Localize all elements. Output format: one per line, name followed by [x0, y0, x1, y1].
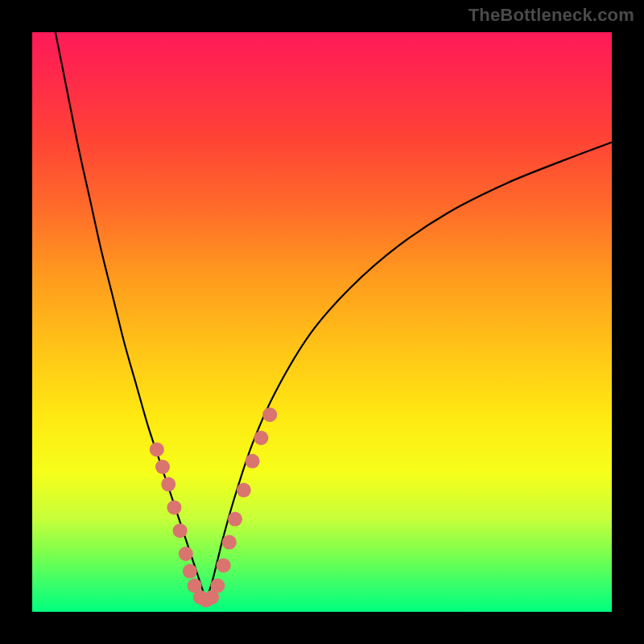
data-marker: [155, 460, 170, 474]
data-marker: [183, 564, 197, 579]
data-marker: [262, 407, 277, 422]
curve-right: [206, 142, 612, 601]
data-marker: [254, 431, 268, 445]
data-marker: [161, 477, 175, 492]
chart-svg: [32, 32, 612, 612]
chart-frame: TheBottleneck.com: [0, 0, 644, 644]
data-marker: [167, 500, 181, 514]
data-marker: [150, 442, 164, 456]
data-marker: [210, 579, 225, 593]
data-marker: [173, 523, 188, 538]
data-marker: [222, 535, 237, 550]
data-marker: [237, 483, 251, 497]
watermark-text: TheBottleneck.com: [469, 5, 634, 26]
plot-area: [32, 32, 612, 612]
data-marker: [179, 547, 193, 561]
data-marker: [228, 512, 242, 526]
curve-left: [56, 32, 206, 601]
data-marker: [217, 558, 231, 572]
data-marker: [246, 454, 260, 469]
